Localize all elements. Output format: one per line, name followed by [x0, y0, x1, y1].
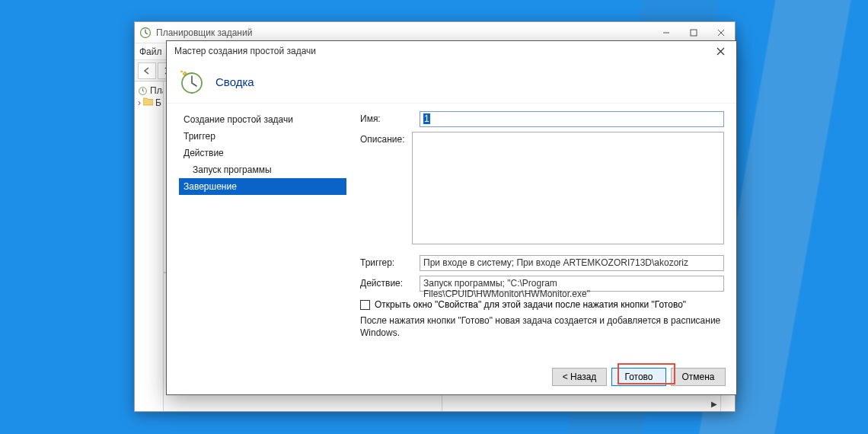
- wizard-window-title: Мастер создания простой задачи: [174, 46, 707, 56]
- step-run-program[interactable]: Запуск программы: [179, 161, 346, 178]
- open-properties-label: Открыть окно "Свойства" для этой задачи …: [375, 299, 686, 310]
- nav-back-button[interactable]: [138, 62, 156, 79]
- step-finish[interactable]: Завершение: [179, 178, 346, 195]
- clock-icon: [135, 27, 156, 39]
- description-textarea[interactable]: [412, 132, 724, 244]
- action-label: Действие:: [360, 276, 413, 289]
- description-label: Описание:: [360, 132, 406, 145]
- wizard-clock-icon: [177, 69, 205, 96]
- step-action[interactable]: Действие: [179, 145, 346, 161]
- tree-root[interactable]: План: [136, 85, 161, 97]
- action-value-field: Запуск программы; "C:\Program Files\CPUI…: [420, 276, 724, 292]
- scheduler-title: Планировщик заданий: [156, 27, 653, 38]
- wizard-steps-list: Создание простой задачи Триггер Действие…: [179, 111, 346, 359]
- wizard-close-button[interactable]: [707, 42, 733, 60]
- menu-file[interactable]: Файл: [139, 46, 162, 57]
- open-properties-checkbox[interactable]: [360, 300, 370, 310]
- wizard-titlebar[interactable]: Мастер создания простой задачи: [167, 41, 736, 61]
- finish-button[interactable]: Готово: [611, 368, 666, 386]
- expand-icon[interactable]: ›: [138, 97, 141, 108]
- wizard-form: Имя: 1 Описание: Триггер: При входе в си…: [360, 111, 724, 359]
- tree-pane[interactable]: План › Б: [135, 81, 164, 411]
- trigger-value-field: При входе в систему; При входе ARTEMKOZO…: [420, 255, 724, 271]
- clock-icon: [138, 86, 148, 96]
- step-trigger[interactable]: Триггер: [179, 128, 346, 145]
- scroll-right-icon[interactable]: ▶: [711, 400, 717, 408]
- tree-child-label: Б: [155, 97, 161, 108]
- folder-icon: [143, 97, 153, 108]
- step-create-task[interactable]: Создание простой задачи: [179, 111, 346, 128]
- name-label: Имя:: [360, 111, 413, 124]
- name-input[interactable]: 1: [420, 111, 724, 127]
- cancel-button[interactable]: Отмена: [671, 368, 726, 386]
- svg-rect-1: [691, 30, 697, 36]
- wizard-header-title: Сводка: [215, 75, 254, 88]
- wizard-footer: < Назад Готово Отмена: [167, 359, 736, 394]
- back-button[interactable]: < Назад: [552, 368, 607, 386]
- tree-root-label: План: [150, 85, 164, 96]
- task-wizard-dialog: Мастер создания простой задачи Сводка Со…: [166, 40, 737, 395]
- wizard-header: Сводка: [167, 61, 736, 104]
- name-input-value: 1: [423, 113, 430, 124]
- tree-child[interactable]: › Б: [136, 97, 161, 109]
- trigger-label: Триггер:: [360, 255, 413, 268]
- finish-hint: После нажатия кнопки "Готово" новая зада…: [360, 314, 724, 339]
